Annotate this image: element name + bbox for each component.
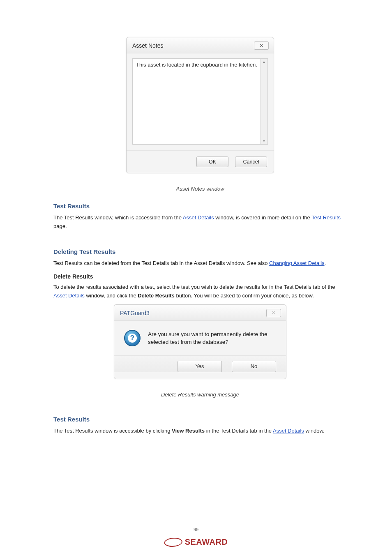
dialog-button-row: OK Cancel: [127, 150, 274, 167]
dialog-title: Asset Notes: [132, 42, 163, 49]
text: Test Results can be deleted from the Tes…: [53, 260, 269, 266]
paragraph-delete-results-detail: To delete the results associated with a …: [53, 283, 347, 300]
ok-button[interactable]: OK: [196, 157, 228, 167]
link-changing-asset-details[interactable]: Changing Asset Details: [269, 260, 324, 266]
paragraph-test-results-2: The Test Results window is accessible by…: [53, 427, 347, 435]
text: The Test Results window, which is access…: [53, 214, 183, 221]
confirm-delete-dialog: PATGuard3 ✕ ? Are you sure you want to p…: [114, 304, 286, 379]
heading-test-results: Test Results: [53, 203, 347, 210]
text: in the Test Details tab in the: [205, 428, 273, 434]
figure-caption-2: Delete Results warning message: [53, 391, 347, 398]
text: The Test Results window is accessible by…: [53, 428, 172, 434]
text: window, and click the: [85, 292, 138, 299]
text: window, is covered in more detail on the: [214, 214, 312, 221]
text: .: [325, 260, 326, 266]
link-asset-details[interactable]: Asset Details: [183, 214, 214, 221]
figure-caption-1: Asset Notes window: [53, 186, 347, 192]
footer-logo: SEAWARD: [164, 537, 228, 547]
question-icon: ?: [124, 330, 141, 346]
notes-textarea[interactable]: This asset is located in the cupboard in…: [136, 61, 258, 142]
text: button. You will be asked to confirm you…: [175, 292, 314, 299]
link-test-results[interactable]: Test Results: [311, 214, 341, 221]
paragraph-deleting-results: Test Results can be deleted from the Tes…: [53, 259, 347, 268]
confirm-body: ? Are you sure you want to permanently d…: [114, 321, 286, 355]
paragraph-test-results: The Test Results window, which is access…: [53, 214, 347, 231]
scroll-down-icon[interactable]: ▼: [263, 139, 266, 143]
heading-deleting-results: Deleting Test Results: [53, 248, 347, 255]
link-asset-details-3[interactable]: Asset Details: [273, 428, 304, 434]
heading-test-results-2: Test Results: [53, 416, 347, 423]
bold-delete-results: Delete Results: [138, 292, 175, 299]
text: window.: [304, 428, 325, 434]
dialog2-titlebar: PATGuard3 ✕: [114, 305, 286, 321]
confirm-message: Are you sure you want to permanently del…: [148, 330, 276, 346]
text: To delete the results associated with a …: [53, 284, 335, 290]
logo-oval-icon: [163, 538, 183, 547]
confirm-button-row: Yes No: [114, 355, 286, 372]
bold-view-results: View Results: [172, 428, 205, 434]
scroll-up-icon[interactable]: ▲: [263, 60, 266, 64]
subheading-delete-results: Delete Results: [53, 273, 347, 280]
text: page.: [53, 223, 67, 229]
question-mark: ?: [128, 334, 137, 343]
logo-text: SEAWARD: [185, 537, 228, 547]
link-asset-details-2[interactable]: Asset Details: [53, 292, 85, 299]
yes-button[interactable]: Yes: [178, 361, 222, 372]
notes-textarea-wrap: This asset is located in the cupboard in…: [132, 58, 268, 145]
close-button[interactable]: ✕: [254, 41, 269, 50]
page-number: 99: [194, 527, 198, 532]
close-icon: ✕: [259, 43, 263, 48]
close-icon: ✕: [272, 310, 276, 315]
close-button-2[interactable]: ✕: [266, 309, 281, 317]
dialog-titlebar: Asset Notes ✕: [127, 37, 274, 53]
cancel-button[interactable]: Cancel: [235, 157, 267, 167]
dialog2-title: PATGuard3: [120, 310, 150, 316]
asset-notes-dialog: Asset Notes ✕ This asset is located in t…: [126, 37, 274, 173]
no-button[interactable]: No: [232, 361, 276, 372]
scrollbar[interactable]: ▲ ▼: [260, 59, 267, 144]
